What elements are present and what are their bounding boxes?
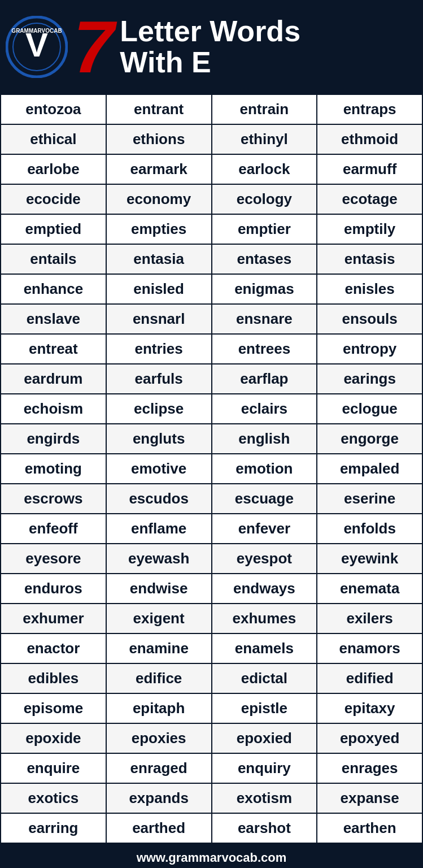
word-cell: engirds (1, 424, 106, 454)
word-cell: enflame (106, 514, 212, 544)
table-row: emotingemotiveemotionempaled (1, 454, 422, 484)
word-cell: epoxies (106, 723, 212, 753)
svg-text:GRAMMARVOCAB: GRAMMARVOCAB (11, 28, 62, 34)
word-cell: eyewink (317, 544, 422, 574)
word-cell: epistle (212, 693, 317, 723)
word-cell: enisled (106, 274, 212, 304)
word-cell: episome (1, 693, 106, 723)
table-row: ecocideeconomyecologyecotage (1, 184, 422, 214)
word-cell: entrain (212, 94, 317, 124)
table-row: eardrumearfulsearflapearings (1, 364, 422, 394)
table-row: exoticsexpandsexotismexpanse (1, 783, 422, 813)
word-cell: eclipse (106, 394, 212, 424)
word-cell: ethinyl (212, 124, 317, 154)
table-row: earlobeearmarkearlockearmuff (1, 154, 422, 184)
word-cell: emptier (212, 214, 317, 244)
word-cell: epitaxy (317, 693, 422, 723)
word-cell: escudos (106, 484, 212, 514)
word-cell: entrees (212, 334, 317, 364)
title-line2: With E (120, 47, 300, 78)
word-cell: ecotage (317, 184, 422, 214)
word-cell: enhance (1, 274, 106, 304)
table-row: echoismeclipseeclairseclogue (1, 394, 422, 424)
word-cell: eyespot (212, 544, 317, 574)
word-cell: ethical (1, 124, 106, 154)
word-cell: enactor (1, 633, 106, 663)
word-cell: edified (317, 663, 422, 693)
word-cell: eserine (317, 484, 422, 514)
word-cell: enamels (212, 633, 317, 663)
word-cell: emotive (106, 454, 212, 484)
word-cell: ecology (212, 184, 317, 214)
word-cell: edictal (212, 663, 317, 693)
big-number: 7 (73, 10, 114, 84)
word-cell: emotion (212, 454, 317, 484)
word-cell: entrant (106, 94, 212, 124)
footer: www.grammarvocab.com (0, 844, 423, 868)
word-cell: epoxyed (317, 723, 422, 753)
table-row: eyesoreeyewasheyespoteyewink (1, 544, 422, 574)
word-cell: enfever (212, 514, 317, 544)
word-cell: empties (106, 214, 212, 244)
title-words: Letter Words With E (120, 16, 300, 77)
word-cell: earthen (317, 813, 422, 843)
table-row: enquireenragedenquiryenrages (1, 753, 422, 783)
word-cell: earfuls (106, 364, 212, 394)
word-cell: enduros (1, 574, 106, 604)
word-cell: ensouls (317, 304, 422, 334)
word-cell: ecocide (1, 184, 106, 214)
word-cell: enamors (317, 633, 422, 663)
header: V GRAMMARVOCAB 7 Letter Words With E (0, 0, 423, 94)
table-row: enhanceenisledenigmasenisles (1, 274, 422, 304)
word-cell: earmuff (317, 154, 422, 184)
word-cell: escuage (212, 484, 317, 514)
table-row: exhumerexigentexhumesexilers (1, 604, 422, 633)
word-cell: escrows (1, 484, 106, 514)
word-cell: english (212, 424, 317, 454)
table-row: epoxideepoxiesepoxiedepoxyed (1, 723, 422, 753)
word-cell: exotics (1, 783, 106, 813)
table-row: enactorenamineenamelsenamors (1, 633, 422, 663)
word-cell: eardrum (1, 364, 106, 394)
table-row: entailsentasiaentasesentasis (1, 244, 422, 274)
table-row: endurosendwiseendwaysenemata (1, 574, 422, 604)
table-row: entozoaentrantentrainentraps (1, 94, 422, 124)
word-cell: eclairs (212, 394, 317, 424)
word-cell: economy (106, 184, 212, 214)
word-cell: entropy (317, 334, 422, 364)
table-row: episomeepitaphepistleepitaxy (1, 693, 422, 723)
title-line1: Letter Words (120, 16, 300, 47)
word-cell: epoxied (212, 723, 317, 753)
word-cell: entasia (106, 244, 212, 274)
word-cell: enfeoff (1, 514, 106, 544)
table-row: ethicalethionsethinylethmoid (1, 124, 422, 154)
word-cell: exhumer (1, 604, 106, 633)
header-text: 7 Letter Words With E (73, 10, 300, 84)
table-row: enfeoffenflameenfeverenfolds (1, 514, 422, 544)
word-cell: earflap (212, 364, 317, 394)
word-cell: enigmas (212, 274, 317, 304)
word-cell: enfolds (317, 514, 422, 544)
word-cell: earings (317, 364, 422, 394)
word-cell: entraps (317, 94, 422, 124)
word-cell: enraged (106, 753, 212, 783)
word-cell: endways (212, 574, 317, 604)
logo: V GRAMMARVOCAB (6, 16, 68, 78)
word-cell: exilers (317, 604, 422, 633)
word-cell: enamine (106, 633, 212, 663)
table-row: escrowsescudosescuageeserine (1, 484, 422, 514)
word-cell: earring (1, 813, 106, 843)
word-cell: expands (106, 783, 212, 813)
word-cell: ethmoid (317, 124, 422, 154)
word-cell: emptily (317, 214, 422, 244)
table-row: earringearthedearshotearthen (1, 813, 422, 843)
word-cell: earlock (212, 154, 317, 184)
word-cell: earmark (106, 154, 212, 184)
word-cell: exhumes (212, 604, 317, 633)
word-cell: engorge (317, 424, 422, 454)
word-cell: emoting (1, 454, 106, 484)
word-cell: entails (1, 244, 106, 274)
word-cell: earlobe (1, 154, 106, 184)
word-cell: echoism (1, 394, 106, 424)
word-cell: epitaph (106, 693, 212, 723)
